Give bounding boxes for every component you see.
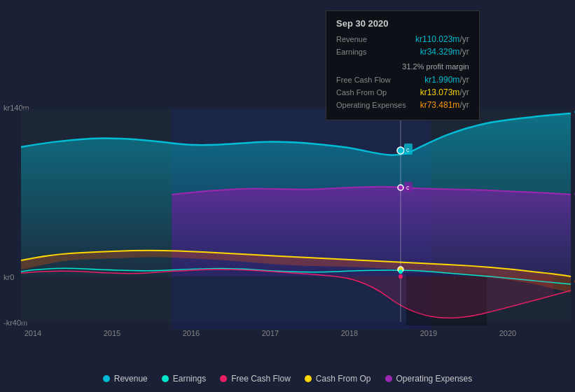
tooltip-fcf-row: Free Cash Flow kr1.990m/yr xyxy=(336,75,469,85)
tooltip-earnings-label: Earnings xyxy=(336,48,366,56)
svg-text:2014: 2014 xyxy=(25,329,41,337)
legend-item-earnings[interactable]: Earnings xyxy=(162,374,206,384)
legend-label-revenue: Revenue xyxy=(114,374,148,384)
svg-text:c: c xyxy=(406,146,410,153)
tooltip-fcf-value: kr1.990m/yr xyxy=(424,75,469,85)
legend-dot-fcf xyxy=(220,375,227,382)
svg-text:2016: 2016 xyxy=(183,329,200,337)
tooltip-box: Sep 30 2020 Revenue kr110.023m/yr Earnin… xyxy=(326,10,480,120)
tooltip-opex-label: Operating Expenses xyxy=(336,101,406,109)
legend-label-fcf: Free Cash Flow xyxy=(231,374,291,384)
legend-item-fcf[interactable]: Free Cash Flow xyxy=(220,374,291,384)
svg-text:c: c xyxy=(406,184,410,191)
legend-item-opex[interactable]: Operating Expenses xyxy=(385,374,473,384)
tooltip-opex-value: kr73.481m/yr xyxy=(420,100,469,110)
legend-dot-cashop xyxy=(305,375,312,382)
tooltip-cashop-value: kr13.073m/yr xyxy=(420,88,469,97)
svg-text:2015: 2015 xyxy=(104,329,120,337)
chart-legend: Revenue Earnings Free Cash Flow Cash Fro… xyxy=(0,374,575,384)
legend-item-revenue[interactable]: Revenue xyxy=(103,374,148,384)
tooltip-revenue-row: Revenue kr110.023m/yr xyxy=(336,34,469,44)
svg-point-12 xyxy=(398,185,403,190)
chart-svg: c c c c c 2014 2015 2016 2017 2018 2019 … xyxy=(0,0,575,392)
legend-label-opex: Operating Expenses xyxy=(396,374,473,384)
legend-label-earnings: Earnings xyxy=(173,374,206,384)
tooltip-revenue-label: Revenue xyxy=(336,35,367,43)
tooltip-cashop-label: Cash From Op xyxy=(336,88,387,97)
legend-label-cashop: Cash From Op xyxy=(316,374,371,384)
svg-text:2018: 2018 xyxy=(341,329,358,337)
svg-text:2019: 2019 xyxy=(420,329,437,337)
tooltip-date: Sep 30 2020 xyxy=(336,18,469,29)
chart-container: Sep 30 2020 Revenue kr110.023m/yr Earnin… xyxy=(0,0,575,392)
legend-dot-revenue xyxy=(103,375,110,382)
legend-dot-earnings xyxy=(162,375,169,382)
svg-text:2020: 2020 xyxy=(499,329,516,337)
tooltip-earnings-row: Earnings kr34.329m/yr xyxy=(336,47,469,57)
legend-dot-opex xyxy=(385,375,392,382)
svg-point-17 xyxy=(399,270,403,274)
svg-point-16 xyxy=(399,274,403,279)
tooltip-cashop-row: Cash From Op kr13.073m/yr xyxy=(336,88,469,97)
tooltip-fcf-label: Free Cash Flow xyxy=(336,76,391,84)
svg-point-9 xyxy=(397,147,404,154)
tooltip-earnings-value: kr34.329m/yr xyxy=(420,47,469,57)
tooltip-opex-row: Operating Expenses kr73.481m/yr xyxy=(336,100,469,110)
svg-text:2017: 2017 xyxy=(262,329,279,337)
tooltip-revenue-value: kr110.023m/yr xyxy=(415,34,469,44)
legend-item-cashop[interactable]: Cash From Op xyxy=(305,374,371,384)
tooltip-profit-margin: 31.2% profit margin xyxy=(402,62,469,71)
